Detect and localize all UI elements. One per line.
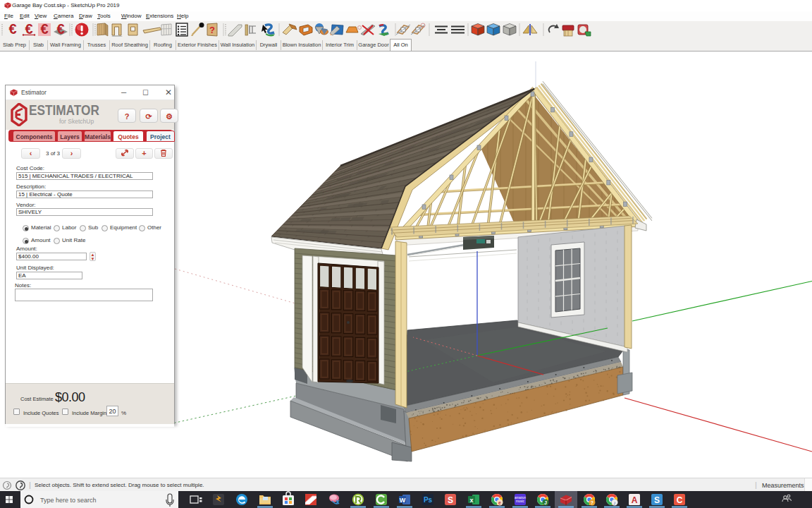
- svg-text:Ps: Ps: [424, 496, 433, 504]
- svg-text:W: W: [400, 497, 406, 504]
- svg-text:€: €: [8, 21, 16, 37]
- svg-text:?: ?: [209, 25, 215, 35]
- svg-text:€: €: [56, 21, 64, 37]
- svg-text:€: €: [25, 21, 32, 37]
- svg-text:Type here to search: Type here to search: [40, 497, 97, 504]
- svg-text:♪: ♪: [613, 500, 616, 505]
- svg-text:?: ?: [591, 500, 593, 505]
- svg-text:music: music: [516, 500, 525, 503]
- svg-text:J: J: [544, 500, 547, 505]
- svg-text:A: A: [632, 495, 638, 505]
- svg-text:x: x: [469, 497, 473, 504]
- svg-text:e: e: [498, 500, 501, 505]
- svg-text:S: S: [654, 495, 660, 505]
- svg-text:C: C: [677, 495, 683, 505]
- svg-text:€: €: [40, 21, 48, 37]
- svg-text:S: S: [448, 495, 453, 505]
